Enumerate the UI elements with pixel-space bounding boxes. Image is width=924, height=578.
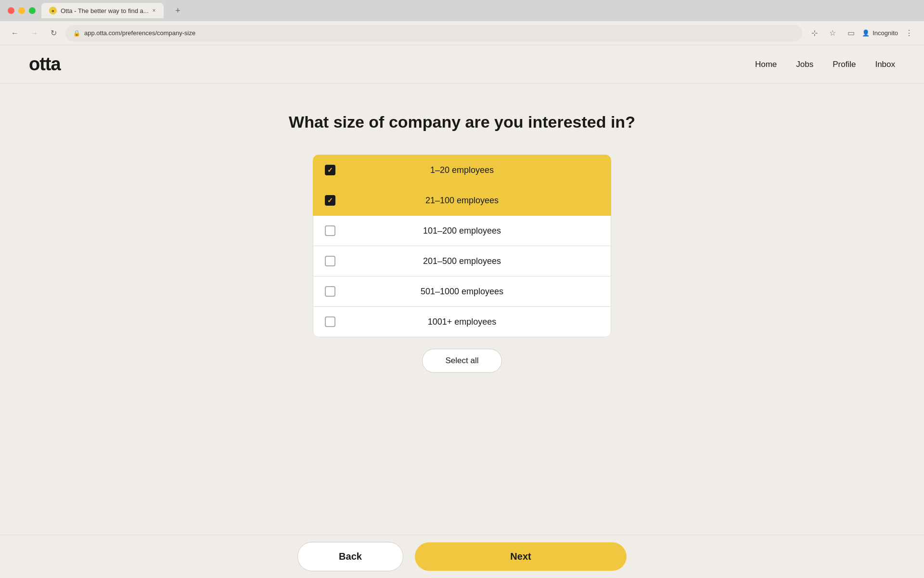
nav-link-inbox[interactable]: Inbox (875, 60, 895, 69)
back-button[interactable]: Back (297, 542, 403, 571)
nav-link-home[interactable]: Home (755, 60, 777, 69)
option-checkbox-6 (325, 316, 335, 327)
forward-navigation-button[interactable]: → (27, 26, 41, 40)
option-checkbox-2: ✓ (325, 195, 335, 206)
company-size-options-list: ✓ 1–20 employees ✓ 21–100 employees 101–… (313, 155, 611, 337)
option-1001-plus-employees[interactable]: 1001+ employees (313, 306, 611, 337)
bottom-navigation-bar: Back Next (0, 535, 924, 578)
traffic-lights (8, 7, 36, 14)
bookmark-icon[interactable]: ☆ (825, 26, 840, 40)
toolbar-actions: ⊹ ☆ ▭ 👤 Incognito ⋮ (807, 26, 916, 40)
browser-titlebar: o Otta - The better way to find a... × + (0, 0, 924, 21)
lock-icon: 🔒 (73, 30, 80, 37)
option-501-1000-employees[interactable]: 501–1000 employees (313, 276, 611, 307)
app-logo: otta (29, 54, 61, 75)
option-label-6: 1001+ employees (345, 317, 579, 327)
browser-toolbar: ← → ↻ 🔒 app.otta.com/preferences/company… (0, 21, 924, 45)
minimize-window-button[interactable] (18, 7, 25, 14)
main-content: What size of company are you interested … (0, 84, 924, 560)
tab-title: Otta - The better way to find a... (61, 7, 149, 14)
page-title: What size of company are you interested … (289, 113, 635, 131)
more-options-icon[interactable]: ⋮ (902, 26, 916, 40)
option-checkbox-5 (325, 286, 335, 297)
nav-link-jobs[interactable]: Jobs (796, 60, 813, 69)
sidebar-icon[interactable]: ▭ (844, 26, 858, 40)
option-label-1: 1–20 employees (345, 165, 579, 175)
option-label-3: 101–200 employees (345, 226, 579, 236)
tab-favicon: o (49, 7, 57, 14)
option-checkbox-1: ✓ (325, 165, 335, 175)
option-checkbox-4 (325, 256, 335, 266)
browser-chrome: o Otta - The better way to find a... × +… (0, 0, 924, 45)
incognito-icon: 👤 (862, 29, 870, 37)
url-text: app.otta.com/preferences/company-size (84, 29, 195, 37)
new-tab-button[interactable]: + (171, 4, 185, 17)
browser-tab[interactable]: o Otta - The better way to find a... × (41, 3, 164, 18)
option-checkbox-3 (325, 225, 335, 236)
incognito-badge: 👤 Incognito (862, 29, 898, 37)
app-nav: otta Home Jobs Profile Inbox (0, 45, 924, 84)
tab-close-button[interactable]: × (153, 7, 156, 14)
maximize-window-button[interactable] (29, 7, 36, 14)
select-all-button[interactable]: Select all (422, 349, 502, 373)
option-21-100-employees[interactable]: ✓ 21–100 employees (313, 185, 611, 216)
option-201-500-employees[interactable]: 201–500 employees (313, 246, 611, 276)
cast-icon[interactable]: ⊹ (807, 26, 821, 40)
option-label-5: 501–1000 employees (345, 287, 579, 297)
close-window-button[interactable] (8, 7, 14, 14)
checkmark-icon-2: ✓ (327, 197, 333, 204)
incognito-label: Incognito (873, 29, 898, 37)
nav-links: Home Jobs Profile Inbox (755, 60, 895, 69)
next-button[interactable]: Next (415, 542, 627, 571)
back-navigation-button[interactable]: ← (8, 26, 22, 40)
option-1-20-employees[interactable]: ✓ 1–20 employees (313, 155, 611, 185)
address-bar[interactable]: 🔒 app.otta.com/preferences/company-size (65, 25, 802, 41)
checkmark-icon-1: ✓ (327, 166, 333, 174)
option-label-2: 21–100 employees (345, 196, 579, 206)
option-label-4: 201–500 employees (345, 256, 579, 266)
option-101-200-employees[interactable]: 101–200 employees (313, 215, 611, 246)
nav-link-profile[interactable]: Profile (833, 60, 856, 69)
reload-button[interactable]: ↻ (46, 26, 61, 40)
app-container: otta Home Jobs Profile Inbox What size o… (0, 45, 924, 560)
